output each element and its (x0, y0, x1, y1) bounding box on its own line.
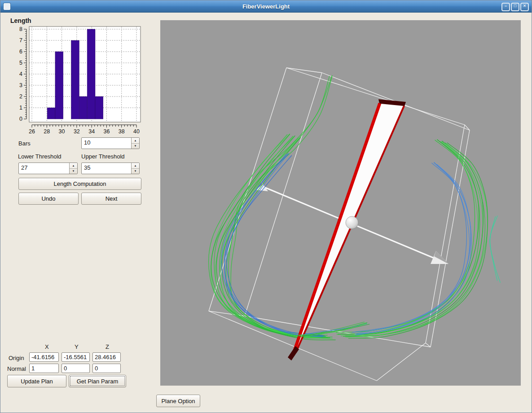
spin-down-icon[interactable]: ▼ (132, 169, 139, 174)
x-tick-label: 40 (133, 128, 140, 134)
plane-edge-right (296, 106, 404, 352)
col-header-z: Z (106, 343, 109, 350)
fiber-tract (355, 163, 470, 334)
x-tick-label: 36 (103, 128, 110, 134)
get-plan-param-button[interactable]: Get Plan Param (69, 375, 126, 387)
y-tick-label: 6 (19, 48, 22, 55)
update-plan-button[interactable]: Update Plan (7, 375, 66, 387)
fiber-tract (222, 138, 335, 340)
bounding-box-edge (377, 343, 426, 381)
close-icon: ✕ (523, 4, 527, 8)
maximize-icon: □ (514, 4, 516, 8)
origin-z-field[interactable]: 28.4616 (92, 352, 121, 362)
bars-value[interactable]: 10 (82, 138, 131, 149)
plane-origin-handle (346, 216, 358, 229)
length-section-label: Length (10, 17, 31, 24)
spin-up-icon[interactable]: ▲ (132, 163, 139, 169)
y-tick-label: 3 (19, 82, 22, 88)
length-computation-button[interactable]: Length Computation (18, 178, 141, 190)
origin-x-field[interactable]: -41.6156 (29, 352, 59, 362)
bounding-box-edge (209, 311, 377, 381)
undo-button[interactable]: Undo (18, 193, 79, 205)
y-tick-label: 7 (19, 37, 22, 44)
window-menu-icon[interactable] (4, 3, 10, 10)
upper-threshold-value[interactable]: 35 (82, 163, 131, 174)
fiber-scene (160, 20, 521, 386)
x-tick-label: 38 (119, 128, 125, 134)
col-header-y: Y (75, 343, 79, 350)
origin-label: Origin (9, 355, 24, 361)
y-tick-label: 8 (19, 26, 22, 32)
lower-threshold-value[interactable]: 27 (19, 163, 69, 174)
y-tick-label: 1 (19, 105, 22, 111)
lower-threshold-spinbox[interactable]: 27 ▲ ▼ (18, 163, 78, 174)
x-tick-label: 28 (44, 128, 50, 134)
y-tick-label: 5 (19, 60, 22, 66)
origin-y-field[interactable]: -16.5561 (62, 352, 90, 362)
spin-up-icon[interactable]: ▲ (132, 138, 139, 144)
y-tick-label: 4 (19, 71, 22, 77)
minimize-icon: – (505, 4, 507, 8)
y-tick-label: 0 (19, 116, 22, 122)
x-tick-label: 26 (29, 128, 35, 134)
normal-x-field[interactable]: 1 (29, 364, 59, 373)
maximize-button[interactable]: □ (511, 3, 519, 11)
bars-label: Bars (18, 140, 31, 147)
window-title: FiberViewerLight (0, 3, 532, 10)
next-button[interactable]: Next (81, 193, 141, 205)
x-tick-label: 32 (74, 128, 80, 134)
x-tick-label: 34 (88, 128, 95, 134)
close-button[interactable]: ✕ (520, 3, 529, 11)
normal-label: Normal (7, 365, 26, 372)
fiber-tract (490, 216, 500, 282)
histogram-svg: 0123456782628303234363840 (18, 24, 142, 134)
spin-up-icon[interactable]: ▲ (70, 163, 77, 169)
spin-down-icon[interactable]: ▼ (132, 144, 139, 149)
spin-down-icon[interactable]: ▼ (70, 169, 77, 174)
bounding-box-edge (431, 130, 470, 347)
x-tick-label: 30 (59, 128, 65, 134)
lower-threshold-label: Lower Threshold (18, 153, 62, 160)
bounding-box-edge (245, 73, 322, 316)
plane-edge-left (293, 103, 380, 354)
minimize-button[interactable]: – (501, 3, 510, 11)
application-window: FiberViewerLight – □ ✕ Length 0123456782… (0, 0, 532, 413)
y-tick-label: 2 (19, 93, 22, 100)
col-header-x: X (45, 343, 49, 350)
plane-tip-cap (288, 346, 299, 360)
render-viewport-3d[interactable] (160, 20, 521, 386)
fiber-tract (221, 154, 320, 334)
normal-y-field[interactable]: 0 (62, 364, 90, 373)
clipping-plane (294, 104, 404, 353)
plane-option-button[interactable]: Plane Option (156, 395, 200, 407)
bounding-box-edge (286, 68, 322, 73)
bars-spinbox[interactable]: 10 ▲ ▼ (81, 137, 140, 149)
upper-threshold-label: Upper Threshold (81, 153, 125, 160)
title-bar[interactable]: FiberViewerLight – □ ✕ (0, 0, 532, 13)
normal-z-field[interactable]: 0 (92, 364, 121, 373)
fiber-tract (211, 134, 323, 336)
length-histogram[interactable]: 0123456782628303234363840 (18, 24, 142, 134)
upper-threshold-spinbox[interactable]: 35 ▲ ▼ (81, 163, 140, 174)
